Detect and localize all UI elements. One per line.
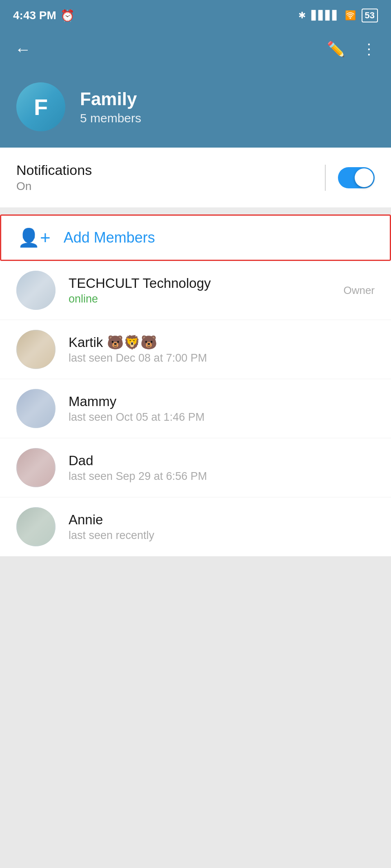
member-info: TECHCULT Technologyonline — [69, 276, 211, 305]
more-options-icon[interactable]: ⋮ — [362, 41, 376, 58]
member-status: last seen recently — [69, 529, 154, 542]
member-badge: Owner — [343, 284, 375, 297]
toggle-knob — [355, 168, 373, 187]
alarm-icon: ⏰ — [60, 9, 75, 22]
add-person-icon: 👤+ — [18, 229, 51, 247]
member-avatar — [16, 507, 56, 546]
status-bar: 4:43 PM ⏰ ✱ ▋▋▋▋ 🛜 53 — [0, 0, 391, 29]
group-avatar: F — [16, 82, 65, 131]
notifications-status: On — [16, 180, 92, 193]
notifications-row: Notifications On — [0, 148, 391, 208]
back-button[interactable]: ← — [15, 41, 31, 57]
member-row[interactable]: Kartik 🐻🦁🐻last seen Dec 08 at 7:00 PM — [0, 320, 391, 379]
member-name: Annie — [69, 512, 154, 528]
member-info: Annielast seen recently — [69, 512, 154, 542]
group-header: F Family 5 members — [0, 74, 391, 148]
notifications-info: Notifications On — [16, 162, 92, 193]
status-time: 4:43 PM ⏰ — [13, 9, 75, 22]
member-avatar — [16, 389, 56, 428]
member-row[interactable]: Dadlast seen Sep 29 at 6:56 PM — [0, 438, 391, 497]
group-info: Family 5 members — [80, 88, 141, 126]
member-avatar — [16, 448, 56, 487]
notifications-divider — [325, 165, 326, 191]
group-avatar-letter: F — [34, 94, 48, 120]
member-status: last seen Dec 08 at 7:00 PM — [69, 352, 207, 364]
edit-icon[interactable]: ✏️ — [327, 41, 345, 58]
content-area: Notifications On 👤+ Add Members TECHCULT… — [0, 148, 391, 557]
member-row[interactable]: TECHCULT TechnologyonlineOwner — [0, 261, 391, 320]
member-name: Mammy — [69, 394, 204, 409]
member-status: last seen Sep 29 at 6:56 PM — [69, 470, 207, 483]
member-status: online — [69, 293, 211, 305]
member-avatar — [16, 271, 56, 310]
member-row[interactable]: Annielast seen recently — [0, 497, 391, 557]
member-info: Dadlast seen Sep 29 at 6:56 PM — [69, 453, 207, 483]
members-list: TECHCULT TechnologyonlineOwnerKartik 🐻🦁🐻… — [0, 261, 391, 557]
add-members-row[interactable]: 👤+ Add Members — [0, 214, 391, 261]
bottom-gray-area — [0, 557, 391, 868]
notifications-label: Notifications — [16, 162, 92, 178]
bluetooth-icon: ✱ — [298, 10, 306, 21]
member-name: TECHCULT Technology — [69, 276, 211, 291]
signal-icon: ▋▋▋▋ — [311, 10, 339, 21]
notifications-toggle[interactable] — [338, 167, 375, 188]
wifi-icon: 🛜 — [345, 10, 356, 21]
member-info: Kartik 🐻🦁🐻last seen Dec 08 at 7:00 PM — [69, 334, 207, 364]
status-icons: ✱ ▋▋▋▋ 🛜 53 — [298, 9, 378, 22]
time-text: 4:43 PM — [13, 9, 56, 22]
add-members-label: Add Members — [64, 229, 155, 246]
member-status: last seen Oct 05 at 1:46 PM — [69, 411, 204, 424]
group-members-count: 5 members — [80, 111, 141, 125]
section-separator — [0, 208, 391, 214]
member-info: Mammylast seen Oct 05 at 1:46 PM — [69, 394, 204, 424]
member-name: Dad — [69, 453, 207, 468]
group-name: Family — [80, 88, 141, 110]
member-row[interactable]: Mammylast seen Oct 05 at 1:46 PM — [0, 379, 391, 438]
nav-actions: ✏️ ⋮ — [327, 41, 376, 58]
top-nav: ← ✏️ ⋮ — [0, 29, 391, 74]
battery-indicator: 53 — [362, 9, 378, 22]
member-name: Kartik 🐻🦁🐻 — [69, 334, 207, 350]
member-avatar — [16, 330, 56, 369]
